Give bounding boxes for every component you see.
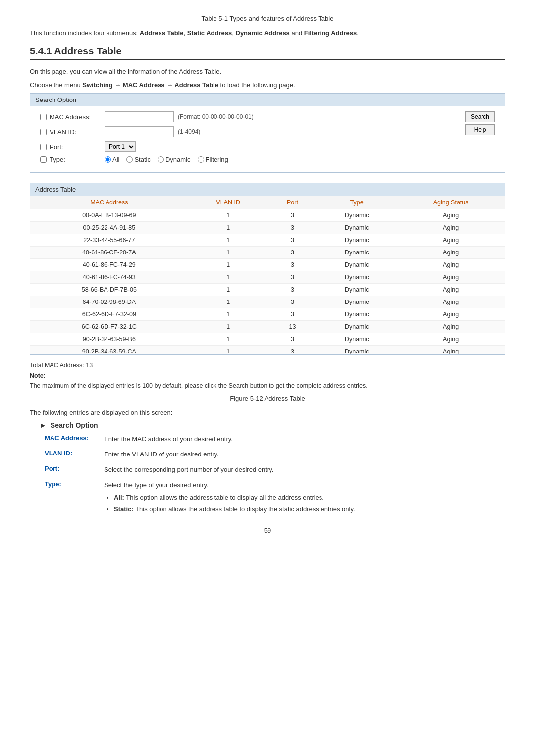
vlan-id-label: VLAN ID: bbox=[50, 128, 76, 136]
cell-mac: 40-61-86-FC-74-29 bbox=[30, 259, 188, 271]
port-checkbox-label[interactable]: Port: bbox=[40, 143, 105, 151]
page-description-1: On this page, you can view all the infor… bbox=[30, 67, 505, 77]
cell-vlan: 1 bbox=[188, 308, 268, 321]
table-head: MAC Address VLAN ID Port Type Aging Stat… bbox=[30, 196, 505, 209]
col-aging: Aging Status bbox=[397, 196, 505, 209]
desc-type-all: All: This option allows the address tabl… bbox=[114, 493, 505, 503]
col-port: Port bbox=[268, 196, 317, 209]
cell-port: 3 bbox=[268, 296, 317, 308]
cell-aging: Aging bbox=[397, 271, 505, 284]
type-filtering-radio[interactable] bbox=[198, 156, 204, 163]
vlan-id-input[interactable] bbox=[105, 126, 174, 137]
cell-port: 3 bbox=[268, 259, 317, 271]
desc-section: ► Search Option MAC Address: Enter the M… bbox=[40, 421, 505, 517]
address-table-header: Address Table bbox=[30, 183, 505, 196]
type-static-text: Static bbox=[134, 156, 151, 163]
port-select[interactable]: Port 1 bbox=[105, 141, 136, 152]
type-dynamic-text: Dynamic bbox=[165, 156, 191, 163]
cell-mac: 40-61-86-FC-74-93 bbox=[30, 271, 188, 284]
type-filtering-label[interactable]: Filtering bbox=[198, 156, 228, 163]
total-mac: Total MAC Address: 13 bbox=[30, 362, 505, 369]
table-row: 90-2B-34-63-59-B6 1 3 Dynamic Aging bbox=[30, 333, 505, 346]
desc-type-content: Select the type of your desired entry. A… bbox=[104, 480, 505, 517]
search-button[interactable]: Search bbox=[465, 111, 495, 122]
table-row: 40-61-86-FC-74-93 1 3 Dynamic Aging bbox=[30, 271, 505, 284]
search-option-desc-title: ► Search Option bbox=[40, 421, 505, 429]
type-static-label[interactable]: Static bbox=[126, 156, 151, 163]
cell-vlan: 1 bbox=[188, 247, 268, 259]
type-all-radio[interactable] bbox=[105, 156, 111, 163]
table-row: 40-61-86-CF-20-7A 1 3 Dynamic Aging bbox=[30, 247, 505, 259]
table-caption: Table 5-1 Types and features of Address … bbox=[30, 15, 505, 22]
cell-mac: 90-2B-34-63-59-B6 bbox=[30, 333, 188, 346]
cell-aging: Aging bbox=[397, 209, 505, 222]
cell-mac: 58-66-BA-DF-7B-05 bbox=[30, 284, 188, 296]
mac-address-label: MAC Address: bbox=[50, 113, 91, 121]
cell-mac: 90-2B-34-63-59-CA bbox=[30, 346, 188, 355]
table-row: 6C-62-6D-F7-32-1C 1 13 Dynamic Aging bbox=[30, 321, 505, 333]
mac-address-checkbox[interactable] bbox=[40, 114, 47, 120]
table-row: 58-66-BA-DF-7B-05 1 3 Dynamic Aging bbox=[30, 284, 505, 296]
cell-vlan: 1 bbox=[188, 346, 268, 355]
cell-port: 3 bbox=[268, 346, 317, 355]
desc-vlan-content: Enter the VLAN ID of your desired entry. bbox=[104, 450, 505, 460]
mac-address-row: MAC Address: (Format: 00-00-00-00-00-01) bbox=[40, 111, 495, 122]
section-title: 5.4.1 Address Table bbox=[30, 46, 505, 60]
type-checkbox[interactable] bbox=[40, 156, 47, 163]
vlan-id-checkbox-label[interactable]: VLAN ID: bbox=[40, 128, 105, 136]
address-table: MAC Address VLAN ID Port Type Aging Stat… bbox=[30, 196, 505, 354]
cell-mac: 64-70-02-98-69-DA bbox=[30, 296, 188, 308]
cell-mac: 40-61-86-CF-20-7A bbox=[30, 247, 188, 259]
cell-type: Dynamic bbox=[317, 209, 397, 222]
desc-mac-content: Enter the MAC address of your desired en… bbox=[104, 434, 505, 445]
table-row: 64-70-02-98-69-DA 1 3 Dynamic Aging bbox=[30, 296, 505, 308]
cell-type: Dynamic bbox=[317, 308, 397, 321]
cell-vlan: 1 bbox=[188, 296, 268, 308]
cell-type: Dynamic bbox=[317, 284, 397, 296]
note-section: Note: The maximum of the displayed entri… bbox=[30, 371, 505, 391]
cell-type: Dynamic bbox=[317, 247, 397, 259]
vlan-id-checkbox[interactable] bbox=[40, 129, 47, 135]
help-button[interactable]: Help bbox=[465, 124, 495, 135]
cell-aging: Aging bbox=[397, 308, 505, 321]
port-checkbox[interactable] bbox=[40, 144, 47, 150]
desc-port-content: Select the corresponding port number of … bbox=[104, 465, 505, 475]
table-row: 90-2B-34-63-59-CA 1 3 Dynamic Aging bbox=[30, 346, 505, 355]
cell-aging: Aging bbox=[397, 333, 505, 346]
table-row: 22-33-44-55-66-77 1 3 Dynamic Aging bbox=[30, 234, 505, 247]
cell-vlan: 1 bbox=[188, 284, 268, 296]
cell-port: 3 bbox=[268, 284, 317, 296]
type-dynamic-label[interactable]: Dynamic bbox=[158, 156, 191, 163]
desc-type: Type: Select the type of your desired en… bbox=[40, 480, 505, 517]
cell-type: Dynamic bbox=[317, 222, 397, 234]
page-number: 59 bbox=[30, 527, 505, 534]
mac-address-hint: (Format: 00-00-00-00-00-01) bbox=[178, 113, 254, 120]
page-description-2: Choose the menu Switching → MAC Address … bbox=[30, 80, 505, 91]
desc-type-label: Type: bbox=[45, 480, 104, 517]
table-wrapper[interactable]: MAC Address VLAN ID Port Type Aging Stat… bbox=[30, 196, 505, 354]
search-buttons-container: Search Help bbox=[465, 111, 495, 135]
cell-aging: Aging bbox=[397, 284, 505, 296]
desc-vlan-label: VLAN ID: bbox=[45, 450, 104, 460]
cell-mac: 00-0A-EB-13-09-69 bbox=[30, 209, 188, 222]
type-all-label[interactable]: All bbox=[105, 156, 119, 163]
mac-address-input[interactable] bbox=[105, 111, 174, 122]
arrow-icon: ► bbox=[40, 421, 47, 429]
type-checkbox-label[interactable]: Type: bbox=[40, 156, 105, 163]
cell-port: 3 bbox=[268, 222, 317, 234]
cell-vlan: 1 bbox=[188, 271, 268, 284]
cell-vlan: 1 bbox=[188, 321, 268, 333]
vlan-id-hint: (1-4094) bbox=[178, 128, 200, 135]
search-option-box: Search Option Search Help MAC Address: (… bbox=[30, 93, 505, 173]
type-static-radio[interactable] bbox=[126, 156, 133, 163]
cell-aging: Aging bbox=[397, 321, 505, 333]
type-dynamic-radio[interactable] bbox=[158, 156, 164, 163]
cell-mac: 6C-62-6D-F7-32-1C bbox=[30, 321, 188, 333]
following-text: The following entries are displayed on t… bbox=[30, 409, 505, 416]
cell-port: 3 bbox=[268, 234, 317, 247]
table-row: 40-61-86-FC-74-29 1 3 Dynamic Aging bbox=[30, 259, 505, 271]
cell-aging: Aging bbox=[397, 234, 505, 247]
cell-aging: Aging bbox=[397, 296, 505, 308]
mac-address-checkbox-label[interactable]: MAC Address: bbox=[40, 113, 105, 121]
address-table-box: Address Table MAC Address VLAN ID Port T… bbox=[30, 183, 505, 355]
